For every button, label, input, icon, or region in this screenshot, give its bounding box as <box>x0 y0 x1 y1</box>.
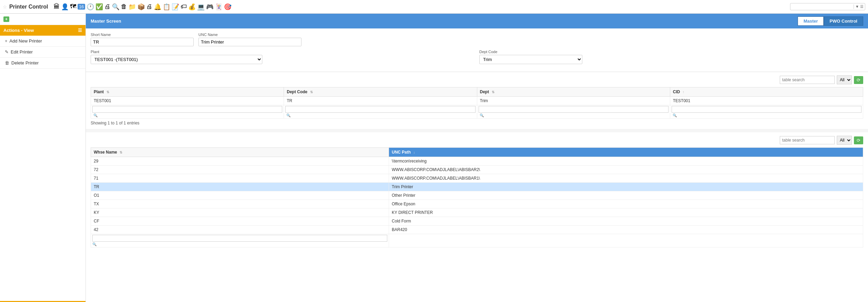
clock-icon[interactable]: 🕐 <box>87 3 94 11</box>
table1-search-select[interactable]: All <box>837 75 852 84</box>
form-row-2: Plant TEST001 -(TEST001) Dept Code Trim <box>91 50 863 64</box>
col-plant: Plant ⇅ <box>91 87 284 97</box>
filter-plant-input[interactable] <box>92 106 282 113</box>
plant-label: Plant <box>91 50 475 54</box>
plant-select[interactable]: TEST001 -(TEST001) <box>91 55 262 64</box>
cell-whse: 72 <box>91 166 389 174</box>
star-icon[interactable]: ☆ <box>3 4 7 10</box>
table-row[interactable]: TEST001 TR Trim TEST001 <box>91 97 863 105</box>
cell-whse: 71 <box>91 174 389 183</box>
table-row[interactable]: TR Trim Printer <box>91 183 863 191</box>
table1-header-row: Plant ⇅ Dept Code ⇅ Dept ⇅ CID ↑ <box>91 87 863 97</box>
unc-name-input[interactable] <box>198 38 301 46</box>
sidebar-item-delete-printer[interactable]: 🗑 Delete Printer <box>0 58 85 69</box>
table1-section: All ⟳ Plant ⇅ Dept Code ⇅ Dept ⇅ CID ↑ T… <box>86 72 868 129</box>
filter-whse-input[interactable] <box>92 235 387 242</box>
edit-printer-label: Edit Printer <box>11 49 33 55</box>
sidebar-item-add-printer[interactable]: + Add New Printer <box>0 36 85 47</box>
form-group-dept-code: Dept Code Trim <box>479 50 863 64</box>
global-search-box[interactable]: ▼ ☰ <box>790 3 865 10</box>
cell-whse: TX <box>91 200 389 208</box>
tag-icon[interactable]: 🏷 <box>181 3 187 10</box>
delete-icon: 🗑 <box>5 60 9 65</box>
cell-unc-path: BAR420 <box>389 226 863 234</box>
trash-icon[interactable]: 🗑 <box>121 3 127 10</box>
sidebar-header-label: Actions - View <box>3 28 34 33</box>
card-icon[interactable]: 🃏 <box>215 3 222 11</box>
sidebar-item-edit-printer[interactable]: ✎ Edit Printer <box>0 47 85 58</box>
cell-plant: TEST001 <box>91 97 284 105</box>
cell-dept: Trim <box>477 97 670 105</box>
master-screen-title: Master Screen <box>91 19 121 24</box>
add-icon: + <box>5 38 8 44</box>
bank-icon[interactable]: 🏛 <box>54 3 60 10</box>
search-dropdown-arrow[interactable]: ▼ ☰ <box>854 4 864 9</box>
table-row[interactable]: 42 BAR420 <box>91 226 863 234</box>
cell-unc-path: KY DIRECT PRINTER <box>389 208 863 217</box>
app-title: Printer Control <box>9 4 48 10</box>
table1-search-button[interactable]: ⟳ <box>854 76 863 84</box>
short-name-input[interactable] <box>91 38 194 46</box>
global-search-input[interactable] <box>792 4 854 9</box>
clipboard-icon[interactable]: 📋 <box>163 3 170 11</box>
gamepad-icon[interactable]: 🎮 <box>206 3 214 11</box>
filter-dept-code-cell: 🔍 <box>284 105 477 119</box>
filter-cid-cell: 🔍 <box>670 105 863 119</box>
filter-dept-code-input[interactable] <box>285 106 475 113</box>
cell-cid: TEST001 <box>670 97 863 105</box>
form-group-plant: Plant TEST001 -(TEST001) <box>91 50 475 64</box>
table2-search-input[interactable] <box>780 136 835 144</box>
col-whse-name: Whse Name ⇅ <box>91 148 389 157</box>
search-icon[interactable]: 🔍 <box>112 3 119 11</box>
table-row[interactable]: KY KY DIRECT PRINTER <box>91 208 863 217</box>
table1-search-input[interactable] <box>780 76 835 84</box>
folder-icon[interactable]: 📁 <box>128 3 136 11</box>
table-row[interactable]: O1 Other Printer <box>91 191 863 200</box>
table1-toolbar: All ⟳ <box>91 75 863 84</box>
table1-filter-row: 🔍 🔍 🔍 🔍 <box>91 105 863 119</box>
table-row[interactable]: TX Office Epson <box>91 200 863 208</box>
money-icon[interactable]: 💰 <box>188 3 196 11</box>
cell-unc-path: Cold Form <box>389 217 863 226</box>
cell-unc-path: Trim Printer <box>389 183 863 191</box>
printer-icon[interactable]: 🖨 <box>104 3 111 10</box>
table2-filter-row: 🔍 <box>91 234 863 247</box>
table-row[interactable]: 72 WWW.ABISCORP.COM\ADJLABEL\ABISBAR2\ <box>91 166 863 174</box>
person-icon[interactable]: 👤 <box>61 3 69 11</box>
form-area: Short Name UNC Name Plant TEST001 -(TEST… <box>86 28 868 72</box>
cell-whse: CF <box>91 217 389 226</box>
cell-whse: 29 <box>91 157 389 166</box>
dept-code-select[interactable]: Trim <box>479 55 582 64</box>
filter-cid-input[interactable] <box>672 106 861 113</box>
table2-search-button[interactable]: ⟳ <box>854 136 863 144</box>
nav-icons-row: 🏛 👤 🗺 16 🕐 ✅ 🖨 🔍 🗑 📁 📦 🖨 🔔 📋 📝 🏷 💰 💻 🎮 🃏… <box>54 3 788 11</box>
cell-unc-path: Office Epson <box>389 200 863 208</box>
tab-pwo-control[interactable]: PWO Control <box>824 16 863 26</box>
table-row[interactable]: 29 \\termcon\receiving <box>91 157 863 166</box>
map-icon[interactable]: 🗺 <box>70 3 76 10</box>
table1: Plant ⇅ Dept Code ⇅ Dept ⇅ CID ↑ TEST001… <box>91 87 863 119</box>
form-group-short-name: Short Name <box>91 33 194 46</box>
table2-search-select[interactable]: All <box>837 136 852 145</box>
sidebar-menu-icon[interactable]: ☰ <box>78 28 82 33</box>
bell-icon[interactable]: 🔔 <box>154 3 161 11</box>
box-icon[interactable]: 📦 <box>137 3 145 11</box>
computer-icon[interactable]: 💻 <box>197 3 205 11</box>
dept-code-label: Dept Code <box>479 50 863 54</box>
target-icon[interactable]: 🎯 <box>224 3 231 11</box>
check-icon[interactable]: ✅ <box>95 3 103 11</box>
table-row[interactable]: 71 WWW.ABISCORP.COM\ADJLABEL\ABISBAR1\ <box>91 174 863 183</box>
col-dept-code: Dept Code ⇅ <box>284 87 477 97</box>
table-row[interactable]: CF Cold Form <box>91 217 863 226</box>
number16-icon[interactable]: 16 <box>78 4 85 10</box>
plus-icon: + <box>3 16 9 22</box>
filter-dept-input[interactable] <box>479 106 669 113</box>
filter-whse-icon: 🔍 <box>92 242 96 246</box>
add-new-printer-top-btn[interactable]: + <box>0 14 85 25</box>
cell-dept-code: TR <box>284 97 477 105</box>
printer2-icon[interactable]: 🖨 <box>146 3 152 10</box>
note-icon[interactable]: 📝 <box>172 3 179 11</box>
tab-master[interactable]: Master <box>798 16 824 26</box>
sidebar-menu: + Add New Printer ✎ Edit Printer 🗑 Delet… <box>0 36 85 69</box>
master-screen-header: Master Screen Master PWO Control <box>86 14 868 28</box>
